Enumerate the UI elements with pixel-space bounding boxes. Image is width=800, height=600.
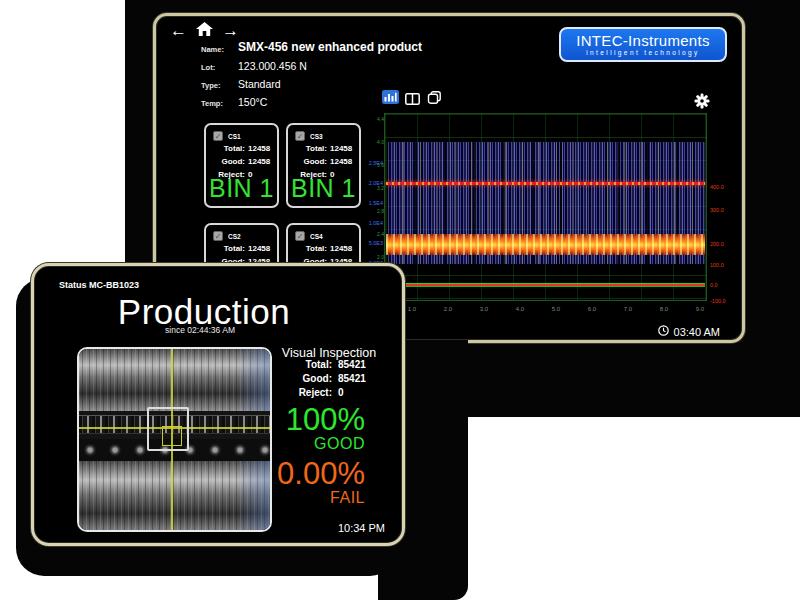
stat-label: Reject: [244, 386, 332, 400]
x-tick: 9.0 [690, 306, 710, 313]
stat-label: Good: [244, 372, 332, 386]
check-icon: ✓ [297, 132, 304, 141]
check-icon: ✓ [215, 232, 222, 241]
y-tick: 2.4 [372, 231, 384, 237]
bin-checkbox[interactable]: ✓ [213, 231, 223, 241]
bin-id: CS3 [310, 133, 323, 140]
name-label: Name: [201, 45, 224, 54]
x-tick: 8.0 [654, 306, 674, 313]
intec-logo: INTEC-Instruments intelligent technology [559, 27, 727, 62]
measurement-chart[interactable]: 4.4 4.0 3.6 3.2 2.8 2.4 2.0 1.6 2.5E4 2.… [384, 113, 707, 301]
x-tick: 2.0 [438, 306, 458, 313]
bin-id: CS1 [228, 133, 241, 140]
name-value: SMX-456 new enhanced product [238, 40, 422, 54]
fail-word: FAIL [205, 490, 365, 506]
copy-pages-icon[interactable] [427, 90, 442, 108]
bin-result: BIN 1 [288, 174, 359, 203]
stat-label: Total: [306, 242, 327, 255]
y-tick-blue: 1.0E4 [357, 220, 383, 226]
good-word: GOOD [205, 436, 365, 452]
settings-gear-icon[interactable] [694, 93, 710, 113]
bin-id: CS4 [310, 233, 323, 240]
stat-value: 0 [338, 386, 390, 400]
y-tick-blue: 2.0E4 [357, 180, 383, 186]
lot-value: 123.000.456 N [238, 60, 307, 72]
x-tick: 4.0 [510, 306, 530, 313]
bin-checkbox[interactable]: ✓ [295, 231, 305, 241]
front-panel: Status MC-BB1023 Production since 02:44:… [31, 263, 405, 546]
temp-value: 150°C [238, 96, 267, 108]
stat-label: Total: [244, 358, 332, 372]
y-tick: 4.4 [372, 116, 384, 122]
y-tick: 4.0 [372, 139, 384, 145]
x-tick: 6.0 [582, 306, 602, 313]
y-tick-right: 0.0 [710, 282, 740, 288]
forward-arrow-icon[interactable]: → [222, 21, 239, 41]
chart-reference-line [386, 182, 705, 185]
y-tick-right: 100.0 [710, 262, 740, 268]
stat-label: Good: [303, 155, 327, 168]
y-tick-blue: 1.5E4 [357, 200, 383, 206]
good-percentage: 100% [205, 404, 365, 435]
temp-label: Temp: [201, 99, 223, 108]
home-icon[interactable] [196, 22, 213, 40]
x-tick: 5.0 [546, 306, 566, 313]
bin-checkbox[interactable]: ✓ [295, 131, 305, 141]
stat-value: 12458 [248, 142, 272, 155]
bin-tile-cs1[interactable]: ✓ CS1 Total:12458 Good:12458 Reject:0 BI… [204, 123, 279, 208]
stat-label: Good: [221, 155, 245, 168]
stat-value: 12458 [248, 242, 272, 255]
stat-value: 85421 [338, 358, 390, 372]
bin-id: CS2 [228, 233, 241, 240]
y-tick-right: 400.0 [710, 184, 740, 190]
check-icon: ✓ [215, 132, 222, 141]
since-line: since 02:44:36 AM [130, 325, 270, 335]
logo-line2: intelligent technology [586, 49, 700, 57]
y-tick-right: 300.0 [710, 207, 740, 213]
fail-percentage: 0.00% [205, 458, 365, 489]
clock-time: 03:40 AM [674, 326, 720, 338]
stat-label: Total: [306, 142, 327, 155]
bin-result: BIN 1 [206, 174, 277, 203]
chart-hot-density-band [386, 234, 705, 255]
logo-line1: INTEC-Instruments [576, 33, 709, 49]
bar-chart-view-icon[interactable] [382, 90, 399, 108]
x-tick: 3.0 [474, 306, 494, 313]
columns-view-icon[interactable] [405, 91, 420, 109]
y-tick-right: 200.0 [710, 241, 740, 247]
desktop: ← → Name: SMX-456 new enhanced product L… [0, 0, 800, 600]
check-icon: ✓ [297, 232, 304, 241]
y-tick-blue: 5.0E3 [357, 240, 383, 246]
stat-value: 12458 [330, 242, 354, 255]
x-tick: 7.0 [618, 306, 638, 313]
stat-label: Total: [224, 242, 245, 255]
type-value: Standard [238, 78, 281, 90]
y-tick-right: -100.0 [710, 298, 740, 304]
clock-time: 10:34 PM [338, 522, 385, 534]
status-line: Status MC-BB1023 [59, 280, 139, 290]
type-label: Type: [201, 81, 220, 90]
x-tick: 1.0 [402, 306, 422, 313]
clock-icon [658, 325, 669, 338]
bin-checkbox[interactable]: ✓ [213, 131, 223, 141]
camera-metal-rail-top [79, 349, 270, 411]
stat-value: 12458 [330, 155, 354, 168]
bin-tile-cs3[interactable]: ✓ CS3 Total:12458 Good:12458 Reject:0 BI… [286, 123, 361, 208]
inspection-target-box [162, 426, 182, 446]
y-tick-blue: 2.5E4 [357, 160, 383, 166]
system-clock: 03:40 AM [658, 325, 720, 338]
y-tick: 2.8 [372, 208, 384, 214]
nav-bar: ← → [170, 21, 239, 41]
lot-label: Lot: [201, 63, 215, 72]
stat-value: 85421 [338, 372, 390, 386]
chart-baseline-trace [386, 283, 705, 287]
stat-value: 12458 [248, 155, 272, 168]
back-arrow-icon[interactable]: ← [170, 21, 187, 41]
stat-label: Total: [224, 142, 245, 155]
stat-value: 12458 [330, 142, 354, 155]
visual-inspection-stats: Total:85421 Good:85421 Reject:0 [244, 358, 390, 400]
